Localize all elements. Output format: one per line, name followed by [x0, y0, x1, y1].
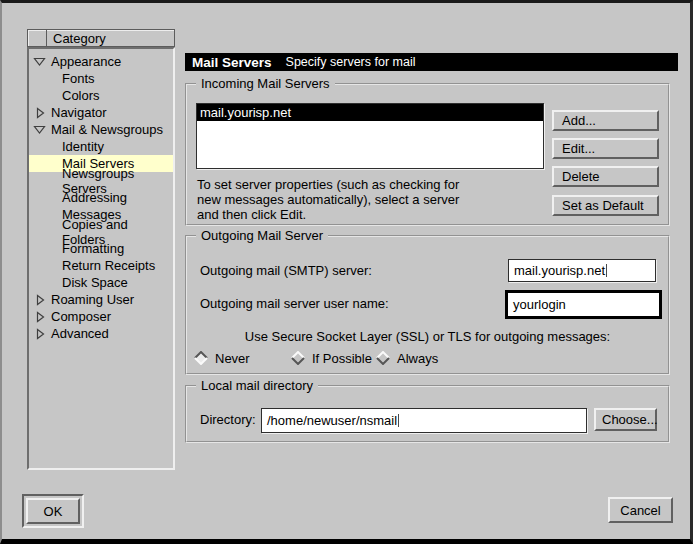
tree-item-label: Formatting — [62, 241, 124, 256]
help-line: new messages automatically), select a se… — [197, 192, 459, 207]
tree-item-label: Addressing — [62, 190, 127, 205]
tree-item-identity[interactable]: Identity — [29, 138, 173, 155]
help-line: To set server properties (such as checki… — [197, 177, 459, 192]
edit-button[interactable]: Edit... — [552, 138, 659, 159]
help-line: and then click Edit. — [197, 207, 459, 222]
tree-item-colors[interactable]: Colors — [29, 87, 173, 104]
twisty-collapsed-icon[interactable] — [33, 311, 46, 323]
tree-item-label: Colors — [62, 88, 100, 103]
incoming-group-title: Incoming Mail Servers — [196, 76, 335, 91]
outgoing-mail-server-group: Outgoing Mail Server Outgoing mail (SMTP… — [185, 235, 670, 375]
outgoing-group-title: Outgoing Mail Server — [196, 228, 328, 243]
ssl-radio-always[interactable]: Always — [376, 349, 438, 367]
category-tree-header: Category — [27, 29, 175, 47]
page-subtitle: Specify servers for mail — [286, 55, 416, 69]
tree-item-label: Advanced — [51, 326, 109, 341]
tree-item-fonts[interactable]: Fonts — [29, 70, 173, 87]
mail-servers-preferences-dialog: Category Appearance Fonts Colors Navigat… — [0, 0, 693, 544]
category-header-label: Category — [47, 31, 106, 46]
tree-item-label: Mail & Newsgroups — [51, 122, 163, 137]
tree-item-return-receipts[interactable]: Return Receipts — [29, 257, 173, 274]
smtp-server-label: Outgoing mail (SMTP) server: — [200, 263, 372, 278]
tree-item-label: Fonts — [62, 71, 95, 86]
radio-label: Always — [397, 351, 438, 366]
ok-default-button-frame: OK — [22, 494, 84, 528]
tree-item-mail-newsgroups[interactable]: Mail & Newsgroups — [29, 121, 173, 138]
twisty-collapsed-icon[interactable] — [33, 107, 46, 119]
server-list-item[interactable]: mail.yourisp.net — [197, 104, 543, 121]
add-button[interactable]: Add... — [552, 110, 659, 131]
tree-item-label: Navigator — [51, 105, 107, 120]
twisty-expanded-icon[interactable] — [33, 56, 46, 67]
local-group-title: Local mail directory — [196, 378, 318, 393]
page-header-bar: Mail Servers Specify servers for mail — [185, 53, 678, 71]
incoming-help-text: To set server properties (such as checki… — [197, 177, 459, 222]
smtp-server-input[interactable]: mail.yourisp.net — [508, 259, 656, 282]
twisty-collapsed-icon[interactable] — [33, 328, 46, 340]
tree-item-appearance[interactable]: Appearance — [29, 53, 173, 70]
ok-button[interactable]: OK — [26, 498, 80, 524]
local-mail-directory-group: Local mail directory Directory: /home/ne… — [185, 385, 670, 443]
smtp-username-label: Outgoing mail server user name: — [200, 296, 389, 311]
tree-item-label: Disk Space — [62, 275, 128, 290]
smtp-username-value: yourlogin — [513, 297, 566, 312]
tree-item-label: Identity — [62, 139, 104, 154]
ssl-tls-label: Use Secure Socket Layer (SSL) or TLS for… — [187, 329, 668, 344]
radio-unselected-icon — [376, 351, 390, 365]
directory-value: /home/newuser/nsmail — [267, 413, 397, 428]
tree-item-navigator[interactable]: Navigator — [29, 104, 173, 121]
ssl-radio-if-possible[interactable]: If Possible — [291, 349, 372, 367]
tree-item-advanced[interactable]: Advanced — [29, 325, 173, 342]
radio-label: If Possible — [312, 351, 372, 366]
twisty-expanded-icon[interactable] — [33, 124, 46, 135]
incoming-mail-servers-group: Incoming Mail Servers mail.yourisp.net T… — [185, 83, 670, 226]
tree-item-composer[interactable]: Composer — [29, 308, 173, 325]
category-header-corner-cell — [28, 30, 47, 46]
tree-item-label: Appearance — [51, 54, 121, 69]
smtp-server-value: mail.yourisp.net — [514, 263, 605, 278]
radio-label: Never — [215, 351, 250, 366]
text-caret — [398, 414, 399, 427]
tree-item-label: Roaming User — [51, 292, 134, 307]
tree-item-copies-and-folders[interactable]: Copies and Folders — [29, 223, 173, 240]
tree-item-newsgroups-servers[interactable]: Newsgroups Servers — [29, 172, 173, 189]
incoming-servers-list[interactable]: mail.yourisp.net — [196, 103, 544, 169]
text-caret — [606, 264, 607, 277]
set-as-default-button[interactable]: Set as Default — [552, 195, 659, 216]
tree-item-label: Composer — [51, 309, 111, 324]
ssl-radio-never[interactable]: Never — [194, 349, 250, 367]
tree-item-disk-space[interactable]: Disk Space — [29, 274, 173, 291]
delete-button[interactable]: Delete — [552, 166, 659, 187]
smtp-username-input[interactable]: yourlogin — [505, 290, 662, 319]
tree-item-label: Return Receipts — [62, 258, 155, 273]
cancel-button[interactable]: Cancel — [608, 497, 673, 523]
twisty-collapsed-icon[interactable] — [33, 294, 46, 306]
directory-label: Directory: — [200, 412, 256, 427]
choose-button[interactable]: Choose... — [594, 408, 657, 431]
directory-input[interactable]: /home/newuser/nsmail — [261, 408, 587, 433]
page-title: Mail Servers — [192, 55, 272, 70]
tree-item-roaming-user[interactable]: Roaming User — [29, 291, 173, 308]
radio-selected-icon — [194, 351, 208, 365]
category-tree: Appearance Fonts Colors Navigator Mail &… — [27, 47, 175, 470]
radio-unselected-icon — [291, 351, 305, 365]
